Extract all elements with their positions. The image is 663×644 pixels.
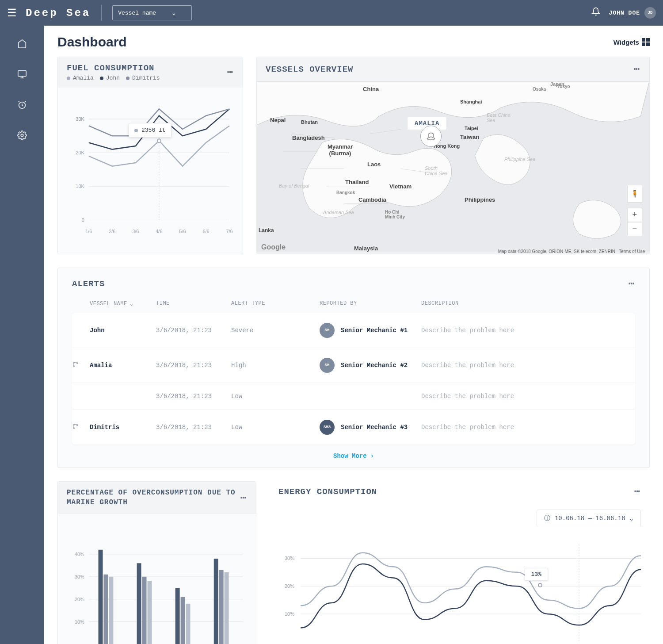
svg-text:3/6: 3/6 <box>132 229 139 234</box>
main-content: Dashboard Widgets FUEL CONSUMPTION Amali… <box>44 26 663 644</box>
table-row[interactable]: 3/6/2018, 21:23 Low Describe the problem… <box>72 383 635 410</box>
map-label: Osaka <box>533 87 546 92</box>
chevron-right-icon: › <box>370 452 374 460</box>
th-reported-by[interactable]: REPORTED BY <box>320 300 421 307</box>
energy-card: ENERGY CONSUMPTION ⋯ ⓘ 10.06.18 — 16.06.… <box>270 481 650 644</box>
map-zoom-out[interactable]: − <box>627 222 642 236</box>
legend-john: John <box>106 75 120 81</box>
menu-icon[interactable]: ☰ <box>7 7 17 19</box>
widgets-button[interactable]: Widgets <box>613 38 650 46</box>
svg-text:10%: 10% <box>285 611 294 617</box>
svg-rect-44 <box>147 581 152 644</box>
alerts-title: ALERTS <box>72 279 105 289</box>
alert-time: 3/6/2018, 21:23 <box>156 393 231 400</box>
alert-type: High <box>231 362 320 369</box>
map-label: Philippine Sea <box>504 157 535 162</box>
map-label: China <box>363 86 379 92</box>
map-label: Vietnam <box>389 183 412 190</box>
map-zoom-in[interactable]: + <box>627 208 642 222</box>
reporter: SM Senior Mechanic #1 <box>320 323 421 338</box>
map-label: Nepal <box>270 117 286 123</box>
map[interactable]: China Japan Osaka Tokyo Shanghai Nepal B… <box>257 81 649 254</box>
svg-text:20%: 20% <box>285 583 294 589</box>
sidebar-settings-icon[interactable] <box>17 130 27 143</box>
vessel-select[interactable]: Vessel name ⌄ <box>112 5 192 20</box>
branch-icon <box>72 423 90 432</box>
map-terms-link[interactable]: Terms of Use <box>619 249 645 254</box>
table-row[interactable]: Amalia 3/6/2018, 21:23 High SM Senior Me… <box>72 348 635 383</box>
card-more-icon[interactable]: ⋯ <box>634 486 641 498</box>
sidebar: ⓘ Auto logout in 15 min. Refresh <box>0 26 44 644</box>
reporter-badge: SM <box>320 358 335 373</box>
svg-point-25 <box>73 362 75 363</box>
energy-tooltip: 13% <box>525 568 548 581</box>
svg-point-26 <box>73 365 75 367</box>
table-row[interactable]: Dimitris 3/6/2018, 21:23 Low SM3 Senior … <box>72 410 635 445</box>
map-label: Cambodia <box>358 196 386 203</box>
show-more-link[interactable]: Show More › <box>72 445 635 463</box>
map-label: Philippines <box>465 196 495 203</box>
alert-description: Describe the problem here <box>421 362 635 369</box>
vessel-name: Dimitris <box>90 424 156 431</box>
svg-rect-45 <box>175 588 180 644</box>
svg-point-29 <box>73 427 75 429</box>
svg-text:20%: 20% <box>75 596 84 602</box>
vessels-overview-card: VESSELS OVERVIEW ⋯ China Japan Osaka <box>256 57 650 254</box>
overconsumption-chart: 10%20%30%40% <box>58 514 256 644</box>
card-more-icon[interactable]: ⋯ <box>240 492 247 504</box>
legend-dimitris: Dimitris <box>132 75 160 81</box>
svg-text:10%: 10% <box>75 619 84 624</box>
th-vessel-name[interactable]: VESSEL NAME ⌄ <box>90 300 156 307</box>
card-more-icon[interactable]: ⋯ <box>629 278 635 290</box>
widgets-grid-icon <box>642 38 650 46</box>
over-title: PERCENTAGE OF OVERCONSUMPTION DUE TO MAR… <box>67 488 240 508</box>
sidebar-home-icon[interactable] <box>17 39 27 52</box>
th-time[interactable]: TIME <box>156 300 231 307</box>
svg-point-4 <box>21 134 23 137</box>
chevron-down-icon: ⌄ <box>130 300 133 307</box>
svg-text:5/6: 5/6 <box>179 229 186 234</box>
svg-text:0: 0 <box>82 217 84 222</box>
map-vessel-pin[interactable] <box>420 126 442 147</box>
card-more-icon[interactable]: ⋯ <box>227 66 234 78</box>
branch-icon <box>72 361 90 370</box>
th-alert-type[interactable]: ALERT TYPE <box>231 300 320 307</box>
fuel-chart: 010K20K30K30K1/62/63/64/65/66/67/6 2356 … <box>58 88 243 249</box>
table-row[interactable]: John 3/6/2018, 21:23 Severe SM Senior Me… <box>72 313 635 348</box>
map-label: Bhutan <box>301 119 318 125</box>
map-label: Ho Chi Minh City <box>385 210 405 219</box>
alert-time: 3/6/2018, 21:23 <box>156 362 231 369</box>
notifications-icon[interactable] <box>591 7 600 19</box>
alert-type: Low <box>231 424 320 431</box>
map-label: Malaysia <box>354 245 378 252</box>
legend-amalia: Amalia <box>73 75 94 81</box>
alert-description: Describe the problem here <box>421 424 635 431</box>
map-pegman-icon[interactable]: 🧍 <box>627 185 642 203</box>
chevron-down-icon: ⌄ <box>172 9 175 16</box>
map-label: Bangkok <box>336 190 355 195</box>
energy-chart: 10%20%30% <box>270 500 650 644</box>
map-label: Laos <box>367 161 381 168</box>
sidebar-monitor-icon[interactable] <box>17 69 27 82</box>
energy-tooltip-marker <box>538 583 542 587</box>
reporter-name: Senior Mechanic #2 <box>341 362 408 369</box>
vessel-name: Amalia <box>90 362 156 369</box>
fuel-tooltip-value: 2356 lt <box>141 127 166 134</box>
svg-rect-49 <box>219 570 224 644</box>
svg-rect-48 <box>214 559 218 644</box>
fuel-title: FUEL CONSUMPTION <box>67 63 160 73</box>
map-label: Tokyo <box>557 84 570 89</box>
svg-rect-47 <box>186 604 191 644</box>
svg-text:7/6: 7/6 <box>226 229 232 234</box>
map-label: South China Sea <box>425 165 447 176</box>
user-menu[interactable]: JOHN DOE JD <box>609 7 656 19</box>
alerts-card: ALERTS ⋯ VESSEL NAME ⌄ TIME ALERT TYPE R… <box>57 268 650 468</box>
sidebar-clock-icon[interactable] <box>17 100 27 113</box>
divider <box>101 5 102 21</box>
svg-point-23 <box>157 139 161 142</box>
map-google-logo: Google <box>261 243 286 251</box>
card-more-icon[interactable]: ⋯ <box>634 63 640 75</box>
th-description[interactable]: DESCRIPTION <box>421 300 635 307</box>
app-logo: Deep Sea <box>26 7 91 19</box>
map-label: Taipei <box>465 126 478 131</box>
